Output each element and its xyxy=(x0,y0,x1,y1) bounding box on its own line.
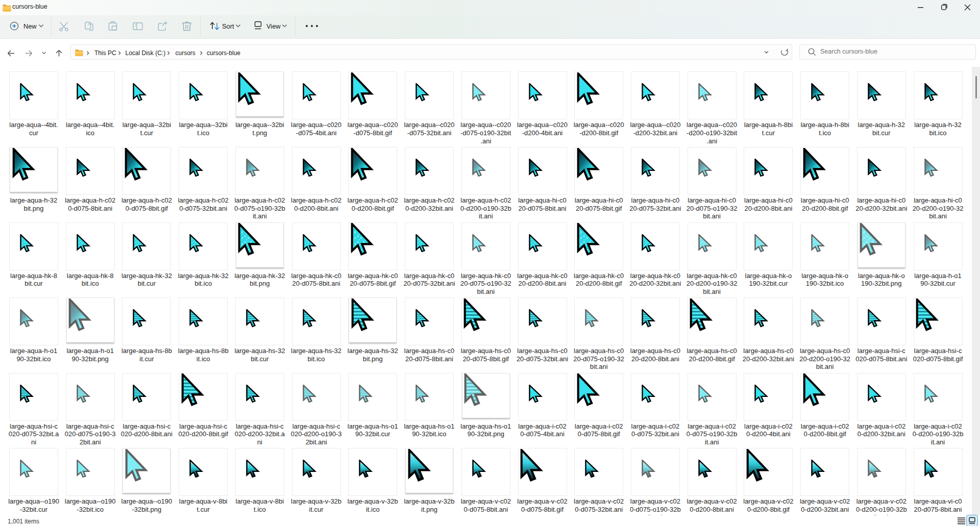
svg-text:New: New xyxy=(23,22,37,30)
svg-text:cursors: cursors xyxy=(176,49,195,57)
svg-text:cursors-blue: cursors-blue xyxy=(207,49,240,57)
svg-text:Sort: Sort xyxy=(222,22,234,30)
svg-text:Local Disk (C:): Local Disk (C:) xyxy=(126,49,166,57)
svg-text:This PC: This PC xyxy=(94,49,116,57)
svg-text:View: View xyxy=(266,22,281,30)
